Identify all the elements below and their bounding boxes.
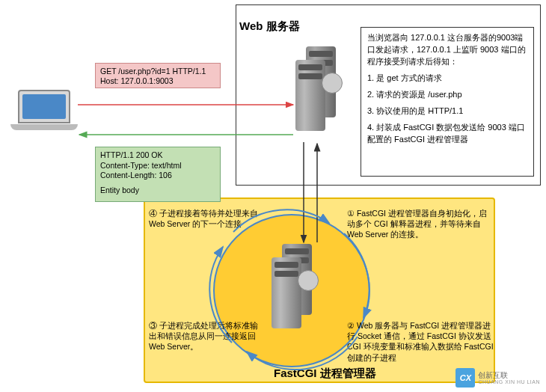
response-ctype: Content-Type: text/html [100,161,215,171]
web-server-title: Web 服务器 [239,19,300,34]
watermark-sub: CHUANG XIN HU LIAN [478,379,540,385]
explanation-box: 当浏览器向 127.0.0.1 这台服务器的9003端口发起请求，127.0.0… [361,27,534,177]
client-laptop-icon [10,90,78,135]
http-response-box: HTTP/1.1 200 OK Content-Type: text/html … [95,147,221,202]
request-host: Host: 127.0.0.1:9003 [100,76,215,86]
explain-item-2: 2. 请求的资源是 /user.php [367,89,527,101]
step-3-text: ③ 子进程完成处理后将标准输出和错误信息从同一连接返回Web Server。 [149,320,261,352]
web-server-icon [295,46,337,140]
response-clen: Content-Length: 106 [100,171,215,181]
diagram-canvas: Web 服务器 FastCGI 进程管理器 GET /user.php?id=1… [0,0,546,392]
watermark-logo-icon: CX [455,368,475,388]
step-4-text: ④ 子进程接着等待并处理来自 Web Server 的下一个连接 [149,208,261,229]
explain-item-3: 3. 协议使用的是 HTTP/1.1 [367,105,527,117]
step-2-text: ② Web 服务器与 FastCGI 进程管理器进行 Socket 通信，通过 … [347,320,495,363]
response-body: Entity body [100,186,215,196]
explain-item-4: 4. 封装成 FastCGI 数据包发送给 9003 端口配置的 FastCGI… [367,122,527,146]
watermark-name: 创新互联 [478,371,540,379]
response-status: HTTP/1.1 200 OK [100,150,215,161]
explain-intro: 当浏览器向 127.0.0.1 这台服务器的9003端口发起请求，127.0.0… [367,32,527,68]
fastcgi-server-icon [272,244,313,337]
explain-item-1: 1. 是 get 方式的请求 [367,73,527,85]
watermark: CX 创新互联 CHUANG XIN HU LIAN [455,368,540,388]
fastcgi-title: FastCGI 进程管理器 [274,367,376,381]
http-request-box: GET /user.php?id=1 HTTP/1.1 Host: 127.0.… [95,63,221,88]
step-1-text: ① FastCGI 进程管理器自身初始化，启动多个 CGI 解释器进程，并等待来… [347,208,489,240]
request-line: GET /user.php?id=1 HTTP/1.1 [100,67,215,76]
